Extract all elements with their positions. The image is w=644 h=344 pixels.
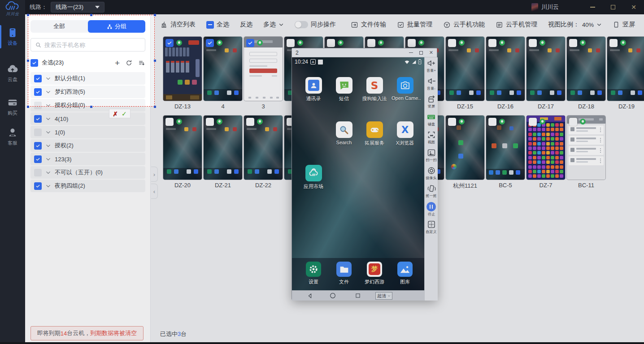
select-all-checkbox[interactable] xyxy=(30,59,38,67)
avatar[interactable] xyxy=(531,3,538,12)
tool-camera-lens-icon[interactable]: 摄像头 xyxy=(425,166,437,184)
annotation-confirm-icon[interactable]: ✓ xyxy=(122,110,127,117)
refresh-icon[interactable] xyxy=(126,60,132,66)
sync-ops-toggle-group[interactable]: 同步操作 xyxy=(295,21,336,29)
group-row-8[interactable]: 夜鸦四组(2) xyxy=(30,180,145,192)
group-row-0[interactable]: 默认分组(1) xyxy=(30,72,145,85)
device-card-4[interactable]: 4 xyxy=(204,37,242,101)
search-input[interactable] xyxy=(44,42,141,48)
line-select[interactable]: 线路一(23) xyxy=(51,2,104,13)
group-checkbox[interactable] xyxy=(34,115,42,123)
phone-maximize-button[interactable] xyxy=(419,51,423,55)
device-checkbox[interactable] xyxy=(448,39,456,47)
batch-manage-button[interactable]: 批量管理 xyxy=(397,21,432,29)
add-group-icon[interactable]: + xyxy=(115,59,120,67)
device-checkbox[interactable] xyxy=(327,39,335,47)
tool-scan-icon[interactable]: 扫一扫 xyxy=(425,148,437,166)
device-checkbox[interactable] xyxy=(165,39,174,47)
group-row-5[interactable]: 授权(2) xyxy=(30,139,145,152)
selection-handle[interactable] xyxy=(27,60,29,62)
dock-app-gallery[interactable]: 图库 xyxy=(392,262,418,285)
sync-toggle[interactable] xyxy=(295,21,308,28)
quality-button[interactable]: 超清 xyxy=(375,292,392,300)
device-checkbox[interactable] xyxy=(246,118,254,126)
device-checkbox[interactable] xyxy=(246,39,254,47)
group-checkbox[interactable] xyxy=(34,142,42,150)
sidebar-item-3[interactable]: 客服 xyxy=(0,127,25,146)
close-button[interactable]: ✕ xyxy=(623,0,644,14)
phone-window[interactable]: 2 ✕ 10:24 A 通讯录 短信 S 搜狗输入法 Open Came.. S… xyxy=(292,48,437,300)
phone-app-services[interactable]: 拓展服务 xyxy=(361,121,388,146)
device-card-DZ-18[interactable]: DZ-18 xyxy=(567,37,605,101)
phone-functions-button[interactable]: 云手机功能 xyxy=(443,21,485,29)
phone-window-titlebar[interactable]: 2 ✕ xyxy=(292,48,437,57)
group-checkbox[interactable] xyxy=(34,182,42,190)
portrait-button[interactable]: 竖屏 xyxy=(613,21,635,29)
device-checkbox[interactable] xyxy=(609,39,618,47)
device-checkbox[interactable] xyxy=(165,118,174,126)
device-card-BC-11[interactable]: BC-11 xyxy=(567,116,605,180)
device-card-DZ-19[interactable]: DZ-19 xyxy=(607,37,644,101)
phone-app-market[interactable]: 应用市场 xyxy=(300,165,327,190)
phone-app-contacts[interactable]: 通讯录 xyxy=(300,77,327,102)
device-checkbox[interactable] xyxy=(206,118,214,126)
group-checkbox[interactable] xyxy=(34,129,42,136)
phone-app-sogou[interactable]: S 搜狗输入法 xyxy=(361,77,388,102)
phone-screen[interactable]: 10:24 A 通讯录 短信 S 搜狗输入法 Open Came.. Searc… xyxy=(292,57,424,290)
phone-close-button[interactable]: ✕ xyxy=(429,50,433,55)
tab-all[interactable]: 全部 xyxy=(30,20,88,33)
recents-icon[interactable] xyxy=(355,292,361,299)
tool-shake-icon[interactable]: 摇一摇 xyxy=(425,184,437,202)
phone-app-search[interactable]: Search xyxy=(331,121,357,145)
device-checkbox[interactable] xyxy=(569,118,577,126)
phone-app-camera[interactable]: Open Came.. xyxy=(392,77,418,101)
tool-keyboard-icon[interactable]: 键盘 xyxy=(426,112,436,130)
device-checkbox[interactable] xyxy=(488,39,496,47)
group-checkbox[interactable] xyxy=(34,88,42,96)
collapse-list-icon[interactable] xyxy=(138,60,145,66)
selection-handle[interactable] xyxy=(154,60,156,62)
minimize-button[interactable] xyxy=(582,0,603,14)
selection-handle[interactable] xyxy=(27,106,29,108)
selection-handle[interactable] xyxy=(90,14,92,16)
group-row-6[interactable]: 123(3) xyxy=(30,153,145,165)
file-transfer-button[interactable]: 文件传输 xyxy=(351,21,386,29)
selection-handle[interactable] xyxy=(154,106,156,108)
panel-collapse-handle[interactable]: ‹ xyxy=(151,184,158,199)
phone-minimize-button[interactable] xyxy=(409,52,413,53)
sidebar-item-0[interactable]: 设备 xyxy=(0,27,25,47)
tool-volume-up-icon[interactable]: 音量+ xyxy=(426,59,436,77)
device-checkbox[interactable] xyxy=(367,39,375,47)
selection-handle[interactable] xyxy=(154,14,156,16)
tab-groups[interactable]: 分组 xyxy=(88,20,145,33)
indeterminate-checkbox[interactable] xyxy=(206,21,214,29)
invert-select-button[interactable]: 反选 xyxy=(240,21,252,29)
device-card-DZ-22[interactable]: DZ-22 xyxy=(244,116,283,180)
tool-volume-down-icon[interactable]: 音量- xyxy=(426,77,436,95)
multi-select-button[interactable]: 多选 xyxy=(263,21,284,29)
group-checkbox[interactable] xyxy=(34,155,42,163)
tool-stop-icon[interactable]: 停止 xyxy=(426,202,436,220)
tool-rotate-icon[interactable]: 竖屏 xyxy=(427,95,436,112)
device-checkbox[interactable] xyxy=(448,118,456,126)
device-card-DZ-20[interactable]: DZ-20 xyxy=(163,116,202,180)
device-card-3[interactable]: 3 xyxy=(244,37,283,101)
maximize-button[interactable] xyxy=(603,0,623,14)
device-card-DZ-15[interactable]: DZ-15 xyxy=(446,37,484,101)
phone-manage-button[interactable]: 云手机管理 xyxy=(496,21,537,29)
tool-dpad-icon[interactable]: 自定义 xyxy=(425,220,437,238)
device-card-DZ-7[interactable]: DZ-7 xyxy=(527,116,565,180)
select-all-toolbar-button[interactable]: 全选 xyxy=(206,21,229,29)
device-checkbox[interactable] xyxy=(408,39,416,47)
sidebar-item-2[interactable]: 购买 xyxy=(0,97,25,116)
selection-handle[interactable] xyxy=(90,106,92,108)
expiry-warning[interactable]: 即将到期14台云机，到期数据将被清空 xyxy=(30,326,144,340)
home-icon[interactable] xyxy=(329,292,336,299)
tool-screenshot-icon[interactable]: 截图 xyxy=(427,130,436,148)
device-card-BC-5[interactable]: BC-5 xyxy=(486,116,525,180)
group-checkbox[interactable] xyxy=(34,102,42,109)
device-checkbox[interactable] xyxy=(529,39,537,47)
device-checkbox[interactable] xyxy=(287,39,295,47)
dock-app-settings[interactable]: 设置 xyxy=(300,262,327,285)
group-row-4[interactable]: 1(0) xyxy=(30,126,145,138)
